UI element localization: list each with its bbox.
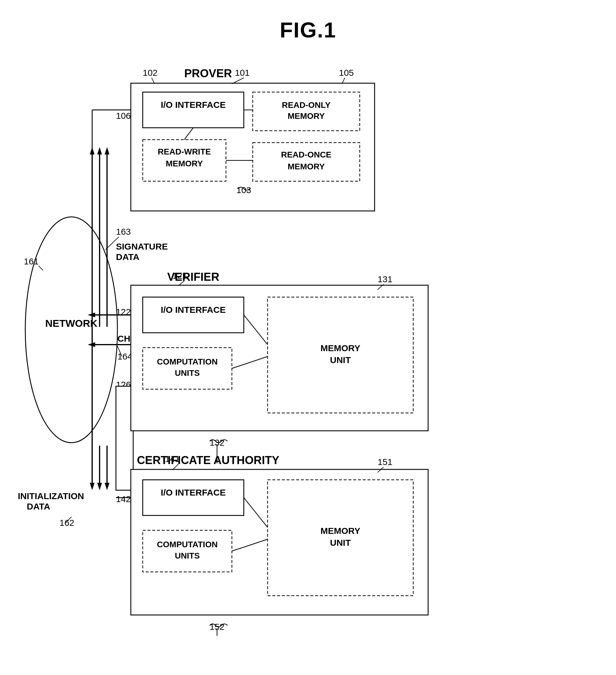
init-data-label1: INITIALIZATION [18,491,84,501]
diagram: text { font-family: Arial, sans-serif; }… [0,59,616,668]
ca-io-label: I/O INTERFACE [161,487,226,497]
network-ellipse [25,217,118,443]
verifier-comp-label2: UNITS [175,368,200,378]
ref-121: 121 [173,271,187,281]
prover-rone-memory-label1: READ-ONCE [281,150,332,159]
ca-io-box [143,480,244,516]
prover-io-box [143,92,244,128]
ref-142: 142 [116,494,131,504]
ref-163: 163 [116,227,131,236]
ca-comp-label2: UNITS [175,551,200,560]
svg-marker-10 [97,147,102,154]
svg-marker-36 [88,312,95,317]
prover-io-label: I/O INTERFACE [161,100,226,109]
ref-103: 103 [236,185,251,195]
init-data-label2: DATA [27,502,50,511]
signature-data-label: SIGNATURE [116,241,168,251]
ref-151: 151 [378,457,393,467]
ref-106: 106 [116,111,131,121]
ref-161: 161 [24,256,39,266]
ca-memory-label1: MEMORY [321,526,360,536]
ref-102: 102 [143,68,157,78]
ca-memory-label2: UNIT [330,538,351,547]
verifier-io-box [143,297,244,333]
svg-marker-15 [88,342,95,347]
prover-rone-memory-label2: MEMORY [288,162,325,171]
ref-101: 101 [235,68,250,78]
ca-comp-label1: COMPUTATION [157,540,218,549]
ca-label: CERTIFICATE AUTHORITY [137,454,279,466]
verifier-memory-label1: MEMORY [321,343,360,353]
prover-ro-memory-label2: MEMORY [288,111,325,121]
ref-141: 141 [165,454,180,464]
signature-data-label2: DATA [116,252,139,262]
ref-131: 131 [378,274,393,284]
verifier-io-label: I/O INTERFACE [161,305,226,315]
ref-164: 164 [118,352,132,361]
network-label: NETWORK [45,318,97,329]
svg-marker-20 [90,483,94,490]
prover-rw-memory-label2: MEMORY [166,159,203,168]
ref-105: 105 [339,68,354,78]
prover-rw-memory-label1: READ-WRITE [158,147,211,156]
svg-marker-12 [105,147,110,154]
ref-162: 162 [60,518,74,528]
verifier-memory-label2: UNIT [330,355,351,365]
verifier-comp-label1: COMPUTATION [157,357,218,366]
prover-label: PROVER [184,67,232,80]
page-title: FIG.1 [0,0,616,42]
svg-line-6 [39,266,43,270]
prover-ro-memory-label1: READ-ONLY [282,100,331,109]
svg-marker-24 [105,483,110,490]
svg-marker-22 [97,483,102,490]
